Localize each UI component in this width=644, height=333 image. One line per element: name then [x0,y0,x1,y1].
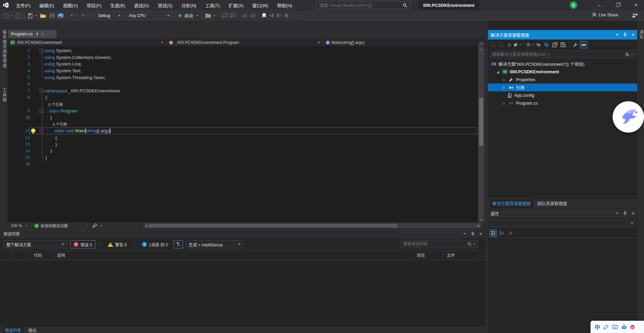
close-icon[interactable]: × [479,231,482,237]
close-icon[interactable]: × [632,32,634,37]
redo-button[interactable]: ↷ [80,12,90,20]
menu-file[interactable]: 文件(F) [12,0,35,10]
tree-item-references[interactable]: ▷ 引用 [488,84,637,91]
preview-selected-items-toggle[interactable] [580,41,587,48]
description-column-header[interactable]: 说明 [54,251,414,259]
refresh-icon[interactable]: ↻ [543,41,550,48]
collapse-all-button[interactable] [551,41,558,48]
error-list-search-input[interactable] [403,242,467,246]
quick-search-box[interactable] [316,1,410,9]
menu-project[interactable]: 项目(P) [82,0,106,10]
undo-button[interactable]: ↶ [69,12,79,20]
code-line[interactable]: 5using System.Threading.Tasks; [7,74,478,81]
assistant-bird-overlay[interactable] [613,101,644,133]
filter-toggle-button[interactable] [174,240,183,248]
comment-selection-button[interactable] [221,12,228,20]
code-line[interactable]: 12 { [7,134,478,141]
scroll-up-icon[interactable]: ▲ [478,47,484,51]
ime-logo-icon[interactable] [630,324,635,330]
messages-filter-button[interactable]: i 1消息 的 0 [139,240,171,248]
code-line[interactable]: 2using System.Collections.Generic; [7,54,478,61]
solution-configuration-select[interactable]: Debug [95,12,123,20]
back-button[interactable]: ← [489,41,497,48]
ime-toolbar[interactable]: 中 [591,321,644,333]
expander-collapsed-icon[interactable]: ▷ [502,78,506,81]
fold-toggle[interactable]: − [40,129,43,133]
close-icon[interactable]: × [632,211,634,216]
expander-collapsed-icon[interactable]: ▷ [502,102,506,105]
tab-close-icon[interactable]: × [42,32,44,36]
increase-indent-button[interactable] [249,12,257,20]
menu-debug[interactable]: 调试(D) [129,0,153,10]
error-list-search-box[interactable] [400,240,478,248]
file-column-header[interactable]: 文件 [444,251,479,259]
toggle-bookmark-button[interactable] [261,12,267,20]
solution-explorer-search-box[interactable] [489,50,636,58]
scroll-left-icon[interactable]: ◀ [144,223,149,228]
expander-collapsed-icon[interactable]: ▷ [502,86,506,89]
save-all-button[interactable] [57,12,65,20]
code-line[interactable]: 13 } [7,141,478,148]
forward-button[interactable]: → [497,41,505,48]
vertical-scrollbar[interactable]: ▲ ▼ [478,47,484,222]
notifications-side-tab[interactable]: 通知 [638,30,644,40]
previous-bookmark-button[interactable] [268,12,275,20]
project-column-header[interactable]: 项目 [414,251,444,259]
navigate-back-button[interactable]: ← [2,12,14,20]
window-position-icon[interactable] [616,34,618,35]
ime-status-icon[interactable]: 常 [570,1,577,9]
horizontal-scrollbar[interactable]: ◀ ▶ [144,223,481,228]
open-folder-button[interactable] [39,12,48,20]
tree-item-app-config[interactable]: App.config [488,91,637,99]
quick-search-input[interactable] [319,3,403,8]
menu-window[interactable]: 窗口(W) [248,0,273,10]
property-pages-button[interactable] [507,229,515,237]
categorized-view-button[interactable] [489,229,497,237]
code-line[interactable]: 7−namespace _000.PCSDKEnvironment [7,88,478,94]
tree-item-program-cs[interactable]: ▷ C# Program.cs [488,99,637,107]
fold-toggle[interactable]: − [40,109,43,113]
code-line[interactable]: 1−using System; [7,47,478,54]
decrease-indent-button[interactable] [241,12,248,20]
find-in-files-button[interactable] [204,12,216,20]
solution-platform-select[interactable]: Any CPU [126,12,172,20]
code-cleanup-button[interactable] [92,223,102,228]
uncomment-selection-button[interactable] [229,12,236,20]
switch-views-button[interactable] [514,41,521,48]
error-source-select[interactable]: 生成 + IntelliSense [186,240,244,248]
error-scope-select[interactable]: 整个解决方案 [3,240,67,248]
tree-item-properties[interactable]: ▷ Properties [488,76,637,84]
menu-edit[interactable]: 编辑(E) [35,0,59,10]
minimize-button[interactable]: − [592,0,607,10]
lightbulb-icon[interactable] [31,128,35,133]
sync-with-active-document-icon[interactable]: ⇆ [535,41,542,48]
ime-pen-icon[interactable] [603,324,609,330]
menu-tools[interactable]: 工具(T) [201,0,224,10]
severity-column-header[interactable] [0,251,12,259]
codelens-row[interactable]: 0 个引用 [7,101,478,108]
toolbox-side-tab[interactable]: 工具箱 [1,88,7,102]
solution-explorer-search-input[interactable] [492,52,625,57]
pin-icon[interactable] [623,33,627,37]
type-dropdown[interactable]: _000.PCSDKEnvironment.Program [167,38,323,47]
scroll-right-icon[interactable]: ▶ [476,223,481,228]
solution-explorer-header[interactable]: 解决方案资源管理器 × [488,30,637,40]
code-line[interactable]: 3using System.Linq; [7,61,478,67]
zoom-level-select[interactable]: 100 % [7,224,27,228]
window-position-icon[interactable] [616,213,618,214]
output-bottom-tab[interactable]: 输出 [25,327,40,333]
warnings-filter-button[interactable]: ! 警告 0 [105,240,130,248]
ime-mode-indicator[interactable]: 中 [595,323,600,331]
show-all-files-button[interactable] [572,41,579,48]
editor-split-handle[interactable]: ≡ [478,42,484,47]
code-line[interactable]: 14 } [7,148,478,154]
tree-item-project[interactable]: ◢ C# 000.PCSDKEnvironment [488,68,637,76]
vertical-scrollbar-thumb[interactable] [479,98,483,146]
code-column-header[interactable]: 代码 [31,251,54,259]
restore-button[interactable] [610,0,626,10]
document-tab-program-cs[interactable]: Program.cs × [8,30,57,38]
menu-build[interactable]: 生成(B) [106,0,129,10]
properties-object-select[interactable] [489,220,636,227]
team-explorer-tab[interactable]: 团队资源管理器 [535,199,570,208]
error-list-header[interactable]: 错误列表 × [0,229,486,238]
